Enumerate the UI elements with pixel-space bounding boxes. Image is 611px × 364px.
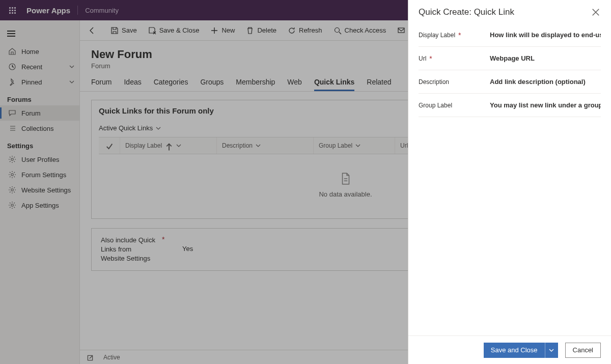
chevron-down-icon [69,64,74,69]
nav-app-settings[interactable]: App Settings [0,198,79,213]
popout-icon[interactable] [86,354,94,361]
svg-point-1 [11,158,13,160]
nav-label: Recent [21,63,42,71]
empty-text: No data available. [319,190,372,198]
tab-membership[interactable]: Membership [236,78,275,91]
nav-label: Forum Settings [21,171,66,179]
gear-icon [8,201,16,209]
gear-icon [8,186,16,194]
delete-button[interactable]: Delete [241,22,282,39]
panel-title: Quick Create: Quick Link [419,7,514,17]
close-icon [591,7,601,17]
nav-recent[interactable]: Recent [0,59,79,74]
home-icon [8,47,16,55]
close-button[interactable] [591,7,601,17]
list-icon [8,124,16,132]
nav-label: User Profiles [21,156,59,163]
left-nav: Home Recent Pinned Forums Forum [0,20,80,364]
save-button[interactable]: Save [105,22,142,39]
chevron-down-icon [549,348,554,353]
cancel-button[interactable]: Cancel [565,343,601,358]
tab-forum[interactable]: Forum [91,78,112,91]
description-input[interactable] [490,75,601,89]
nav-forum-settings[interactable]: Forum Settings [0,167,79,182]
tab-related[interactable]: Related [367,78,391,91]
command-label: Save & Close [159,26,200,34]
nav-home[interactable]: Home [0,44,79,59]
command-label: Save [122,26,137,34]
refresh-button[interactable]: Refresh [283,22,327,39]
view-name-label: Active Quick Links [99,124,153,132]
nav-collections[interactable]: Collections [0,121,79,136]
quick-create-panel: Quick Create: Quick Link Display Label *… [408,0,611,364]
select-all-column[interactable] [99,137,120,154]
command-label: New [221,26,235,34]
nav-forum[interactable]: Forum [0,105,79,121]
nav-user-profiles[interactable]: User Profiles [0,152,79,167]
chevron-down-icon [256,143,261,148]
save-and-close-menu[interactable] [545,343,558,358]
save-and-close-button[interactable]: Save and Close [484,343,545,358]
save-close-button[interactable]: Save & Close [143,22,205,39]
url-input[interactable] [490,51,601,65]
field-value[interactable]: Yes [182,236,193,253]
tab-categories[interactable]: Categories [154,78,188,91]
new-button[interactable]: New [205,22,240,39]
nav-label: Website Settings [21,186,71,194]
chevron-down-icon [176,143,181,148]
nav-website-settings[interactable]: Website Settings [0,182,79,198]
nav-label: Forum [21,109,41,117]
field-label: Url [419,55,426,62]
refresh-icon [288,26,296,35]
field-label: Display Label [419,32,455,39]
tab-groups[interactable]: Groups [200,78,224,91]
panel-footer: Save and Close Cancel [408,335,611,364]
nav-label: Collections [21,125,54,132]
column-label: Url [400,142,408,149]
tab-quick-links[interactable]: Quick Links [314,78,354,91]
nav-label: App Settings [21,202,59,209]
pin-icon [8,78,16,86]
status-text: Active [103,354,120,361]
nav-collapse-button[interactable] [0,23,79,44]
check-access-button[interactable]: Check Access [328,22,392,39]
field-group-label: Group Label [419,94,601,117]
display-label-input[interactable] [490,28,601,42]
field-label: Description [419,78,449,86]
back-button[interactable] [84,22,100,39]
sort-asc-icon [165,143,173,148]
field-label: Group Label [419,102,452,109]
command-label: Check Access [345,26,386,34]
svg-point-4 [11,204,13,206]
field-description: Description [419,70,601,94]
search-icon [334,26,342,35]
save-close-icon [148,26,156,35]
nav-label: Pinned [21,78,42,86]
check-icon [105,143,114,149]
group-label-input[interactable] [490,98,601,112]
chevron-down-icon [355,143,360,148]
mail-icon [397,26,405,35]
required-indicator: * [162,236,164,243]
command-label: Refresh [299,26,322,34]
command-label: Delete [257,26,276,34]
gear-icon [8,155,16,163]
svg-point-3 [11,189,13,191]
chevron-down-icon [156,126,161,131]
svg-point-5 [335,27,339,32]
svg-point-2 [11,174,13,176]
column-group-label[interactable]: Group Label [314,137,395,154]
column-label: Description [222,142,253,149]
app-launcher-button[interactable] [4,2,20,18]
file-icon [339,172,352,185]
save-icon [110,26,119,35]
nav-pinned[interactable]: Pinned [0,74,79,90]
plus-icon [210,26,218,35]
tab-web[interactable]: Web [287,78,302,91]
column-display-label[interactable]: Display Label [120,137,217,154]
tab-ideas[interactable]: Ideas [124,78,141,91]
column-description[interactable]: Description [217,137,314,154]
field-display-label: Display Label * [419,23,601,47]
required-indicator: * [458,32,461,39]
nav-section-forums: Forums [0,90,79,105]
